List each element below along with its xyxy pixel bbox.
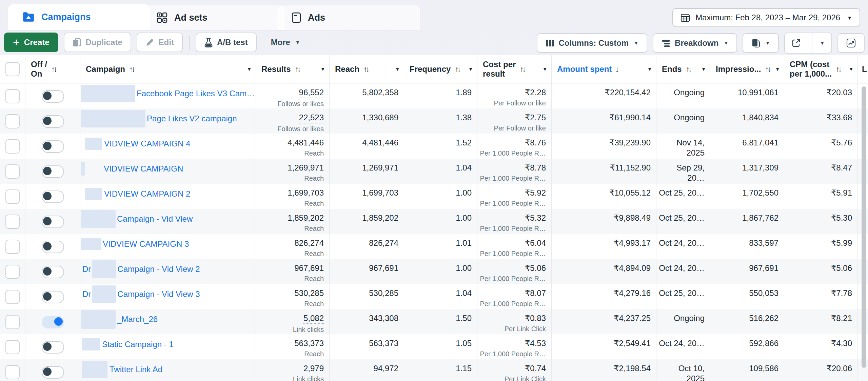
chevron-down-icon: ▼	[765, 40, 770, 46]
chevron-down-icon[interactable]: ▼	[849, 66, 853, 72]
campaign-toggle[interactable]	[42, 140, 64, 153]
chevron-down-icon[interactable]: ▼	[320, 66, 325, 72]
campaign-toggle[interactable]	[42, 190, 64, 203]
chevron-down-icon[interactable]: ▼	[775, 66, 780, 72]
header-reach[interactable]: Reach ↑↓ ▼	[330, 55, 404, 83]
header-partial-column[interactable]: L	[858, 55, 868, 83]
row-checkbox[interactable]	[5, 265, 20, 279]
cost-per-result-cell: ₹5.92Per 1,000 People R…	[477, 184, 552, 209]
ends-cell: Oct 25, 20…	[656, 184, 710, 209]
row-checkbox[interactable]	[5, 89, 20, 103]
campaign-toggle[interactable]	[42, 165, 64, 178]
campaign-link[interactable]: VIDVIEW CAMPAIGN 2	[104, 189, 190, 199]
campaign-toggle[interactable]	[42, 366, 64, 379]
columns-button[interactable]: Columns: Custom ▼	[537, 33, 648, 53]
campaign-toggle[interactable]	[42, 216, 64, 228]
chevron-down-icon[interactable]: ▼	[701, 66, 706, 72]
campaign-link[interactable]: _March_26	[117, 314, 158, 324]
row-checkbox[interactable]	[5, 114, 20, 128]
campaign-link[interactable]: VIDVIEW CAMPAIGN	[104, 164, 183, 174]
row-checkbox[interactable]	[5, 240, 20, 254]
cost-per-result-value: ₹0.83	[479, 313, 546, 323]
results-subtitle: Reach	[258, 224, 324, 233]
header-impressions[interactable]: Impressio... ↑↓ ▼	[710, 55, 784, 83]
row-checkbox[interactable]	[5, 215, 20, 229]
duplicate-button[interactable]: Duplicate	[64, 33, 131, 52]
date-range-picker[interactable]: Maximum: Feb 28, 2023 – Mar 29, 2026 ▼	[672, 8, 860, 27]
header-frequency[interactable]: Frequency ↑↓ ▼	[404, 55, 477, 83]
row-checkbox[interactable]	[5, 139, 20, 154]
results-subtitle: Reach	[258, 174, 324, 183]
row-checkbox[interactable]	[5, 189, 20, 204]
reports-button[interactable]: ▼	[743, 33, 779, 53]
sort-arrows-icon: ↑↓	[51, 65, 56, 74]
campaign-toggle[interactable]	[42, 90, 64, 103]
charts-button[interactable]	[837, 33, 865, 53]
results-value[interactable]: 5,082	[303, 313, 324, 324]
cost-per-result-value: ₹8.07	[479, 288, 546, 298]
header-campaign[interactable]: Campaign ↑↓ ▼	[80, 55, 256, 83]
results-value[interactable]: 22,523	[299, 113, 324, 123]
tab-adsets[interactable]: Ad sets	[142, 5, 285, 30]
export-button[interactable]	[785, 33, 807, 53]
breakdown-button[interactable]: Breakdown ▼	[653, 33, 737, 53]
chevron-down-icon[interactable]: ▼	[542, 66, 547, 72]
campaign-toggle[interactable]	[42, 115, 64, 128]
amount-spent-cell: ₹61,990.14	[552, 108, 656, 134]
campaign-link[interactable]: Campaign - Vid View 2	[117, 264, 200, 274]
header-off-on[interactable]: Off /On ↑↓	[25, 55, 80, 83]
header-amount-spent[interactable]: Amount spent ↓ ▼	[552, 55, 656, 83]
cost-per-result-subtitle: Per Link Click	[479, 375, 546, 381]
campaign-toggle[interactable]	[42, 341, 64, 354]
results-subtitle: Follows or likes	[258, 99, 324, 108]
chevron-down-icon[interactable]: ▼	[395, 66, 400, 72]
header-results[interactable]: Results ↑↓ ▼	[256, 55, 330, 83]
select-all-checkbox[interactable]	[5, 62, 20, 76]
campaign-toggle[interactable]	[42, 266, 64, 278]
campaign-link[interactable]: VIDVIEW CAMPAIGN 4	[104, 139, 190, 149]
results-value[interactable]: 96,552	[299, 87, 324, 98]
row-checkbox[interactable]	[5, 340, 20, 354]
chevron-down-icon[interactable]: ▼	[647, 66, 652, 72]
create-button[interactable]: + Create	[4, 33, 58, 52]
row-checkbox[interactable]	[5, 290, 20, 304]
vertical-scrollbar[interactable]	[861, 84, 866, 380]
chevron-down-icon[interactable]: ▼	[468, 66, 473, 72]
row-select-cell	[0, 134, 25, 159]
reach-cell: 1,699,703	[330, 184, 404, 209]
tab-campaigns[interactable]: Campaigns	[8, 4, 150, 30]
impressions-value: 1,840,834	[712, 113, 778, 123]
campaign-link[interactable]: Page Likes V2 campaign	[147, 114, 237, 124]
more-button[interactable]: More ▼	[262, 33, 309, 52]
chevron-down-icon[interactable]: ▼	[247, 66, 252, 72]
header-cost-per-result[interactable]: Cost perresult ↑↓ ▼	[477, 55, 552, 83]
amount-spent-cell: ₹2,198.54	[552, 359, 656, 381]
campaign-link[interactable]: Twitter Link Ad	[110, 364, 162, 375]
results-value: 530,285	[258, 288, 324, 298]
campaign-link[interactable]: Static Campaign - 1	[102, 339, 174, 349]
campaign-toggle[interactable]	[42, 291, 64, 303]
campaign-name-prefix: Dr	[82, 289, 91, 299]
cpm-value: ₹20.06	[786, 363, 852, 374]
campaign-toggle[interactable]	[42, 316, 64, 328]
campaign-toggle[interactable]	[42, 241, 64, 253]
amount-spent-value: ₹4,279.16	[554, 288, 651, 298]
header-cpm[interactable]: CPM (costper 1,000... ↑↓ ▼	[784, 55, 858, 83]
campaign-link[interactable]: Facebook Page Likes V3 Cam…	[137, 88, 255, 99]
tab-ads[interactable]: Ads	[277, 5, 420, 30]
results-cell: 1,269,971Reach	[256, 159, 330, 184]
header-ends[interactable]: Ends ↑↓ ▼	[656, 55, 710, 83]
export-menu-button[interactable]: ▼	[812, 33, 831, 53]
campaign-link[interactable]: Campaign - Vid View 3	[117, 289, 200, 299]
row-checkbox[interactable]	[5, 164, 20, 179]
row-checkbox[interactable]	[5, 315, 20, 329]
campaign-link[interactable]: VIDVIEW CAMPAIGN 3	[103, 239, 189, 249]
edit-button[interactable]: Edit	[137, 33, 183, 52]
ends-cell: Nov 14, 2025	[656, 134, 710, 159]
ab-test-button[interactable]: A/B test	[196, 33, 257, 52]
redacted-text	[92, 285, 116, 303]
row-checkbox[interactable]	[5, 365, 20, 379]
frequency-value: 1.00	[406, 263, 472, 273]
campaign-link[interactable]: Campaign - Vid View	[117, 214, 193, 224]
scrollbar-thumb[interactable]	[862, 86, 866, 368]
